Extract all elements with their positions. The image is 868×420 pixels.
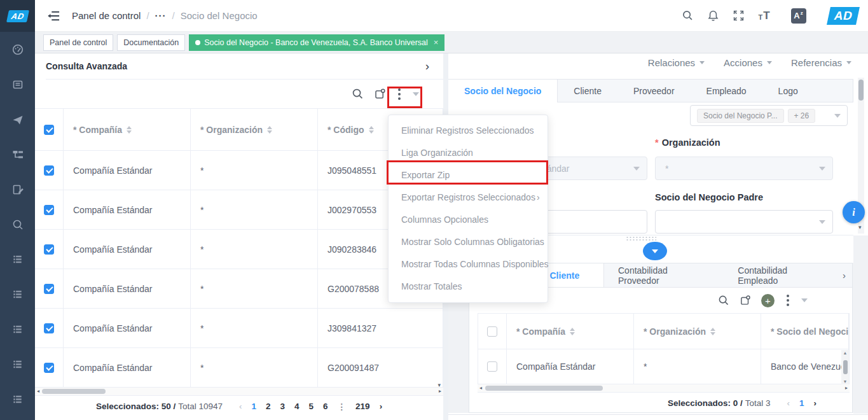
horizontal-scrollbar[interactable]: ◂ ▸ — [478, 384, 850, 393]
row-checkbox[interactable] — [44, 323, 54, 333]
menu-item-exportar-registros[interactable]: Exportar Registros Seleccionados› — [389, 186, 548, 209]
scroll-right-icon[interactable]: ▸ — [845, 385, 848, 391]
select-all-checkbox[interactable] — [487, 326, 497, 337]
cell-company[interactable]: Compañía Estándar — [64, 309, 191, 348]
app-logo[interactable]: AD — [827, 7, 860, 25]
scroll-down-icon[interactable]: ▾ — [858, 224, 862, 230]
sidebar-item-dashboard[interactable] — [0, 32, 35, 67]
menu-item-columnas-disponibles[interactable]: Mostrar Todas Columnas Disponibles — [389, 253, 548, 276]
sidebar-item-documents[interactable] — [0, 67, 35, 102]
select-all-checkbox[interactable] — [44, 125, 54, 135]
tag-panel-de-control[interactable]: Panel de control — [43, 34, 113, 51]
sort-icon[interactable] — [369, 126, 374, 134]
sort-icon[interactable] — [570, 328, 575, 335]
menu-item-columnas-opcionales[interactable]: Columnas Opcionales — [389, 209, 548, 231]
tab-logo[interactable]: Logo — [762, 80, 814, 102]
scrollbar-thumb[interactable] — [843, 360, 848, 374]
cell-org[interactable]: * — [191, 269, 318, 309]
cell-code[interactable]: G200091487 — [318, 348, 443, 388]
cell-org[interactable]: * — [191, 151, 318, 190]
subtab-contabilidad-empleado[interactable]: Contabilidad Empleado — [724, 263, 843, 287]
cell-company[interactable]: Compañía Estándar — [507, 349, 634, 384]
search-icon[interactable] — [718, 295, 729, 306]
horizontal-scrollbar[interactable]: ◂ ▸ — [35, 388, 443, 396]
prev-page-icon[interactable]: ‹ — [787, 398, 790, 408]
next-page-icon[interactable]: › — [380, 402, 383, 411]
collapse-panel-button[interactable] — [643, 242, 667, 260]
new-record-icon[interactable] — [374, 88, 386, 100]
info-button[interactable]: i — [843, 201, 865, 223]
fullscreen-icon[interactable] — [733, 10, 745, 22]
page-last[interactable]: 219 — [355, 402, 370, 411]
row-checkbox[interactable] — [44, 363, 54, 373]
column-header-org[interactable]: * Organización — [191, 109, 318, 151]
close-icon[interactable]: × — [434, 38, 439, 47]
tab-empleado[interactable]: Empleado — [691, 80, 762, 102]
menu-item-mostrar-totales[interactable]: Mostrar Totales — [389, 276, 548, 298]
tab-proveedor[interactable]: Proveedor — [617, 80, 691, 102]
vertical-scrollbar[interactable]: ▲ ▼ — [841, 350, 849, 384]
sort-icon[interactable] — [710, 328, 715, 335]
breadcrumb-panel-de-control[interactable]: Panel de control — [72, 10, 141, 21]
sidebar-logo[interactable]: AD — [0, 0, 35, 32]
row-checkbox[interactable] — [487, 361, 497, 372]
search-icon[interactable] — [682, 10, 694, 22]
more-tabs-icon[interactable]: › — [843, 270, 846, 281]
column-header-org[interactable]: * Organización — [634, 314, 761, 349]
next-page-icon[interactable]: › — [814, 398, 817, 408]
drag-handle[interactable] — [626, 236, 656, 241]
cell-org[interactable]: * — [191, 190, 318, 230]
cell-code[interactable]: J309841327 — [318, 309, 443, 348]
sidebar-item-tree[interactable] — [0, 137, 35, 172]
new-record-icon[interactable] — [740, 295, 751, 306]
sidebar-item-list-3[interactable] — [0, 312, 35, 347]
page-1[interactable]: 1 — [252, 402, 257, 411]
subtab-contabilidad-proveedor[interactable]: Contabilidad Proveedor — [604, 263, 724, 287]
scrollbar-thumb[interactable] — [42, 389, 106, 394]
scrollbar-thumb[interactable] — [858, 80, 864, 101]
column-header-company[interactable]: * Compañía — [64, 109, 191, 151]
sidebar-item-list-2[interactable] — [0, 277, 35, 312]
cell-org[interactable]: * — [634, 349, 761, 384]
cell-partner[interactable]: Banco de Venezuela, S.A. Banco Universal — [761, 349, 849, 384]
sort-icon[interactable] — [267, 126, 272, 134]
field-group-multiselect[interactable]: Socio del Negocio P... + 26 — [690, 105, 848, 126]
row-checkbox[interactable] — [44, 205, 54, 215]
chevron-down-icon[interactable] — [801, 298, 808, 302]
menu-item-eliminar-registros[interactable]: Eliminar Registros Seleccionados — [389, 120, 548, 142]
more-options-icon[interactable] — [396, 88, 403, 100]
page-3[interactable]: 3 — [280, 402, 286, 411]
font-size-icon[interactable]: TT — [758, 10, 769, 21]
search-icon[interactable] — [352, 88, 364, 100]
row-checkbox[interactable] — [44, 244, 54, 255]
page-4[interactable]: 4 — [294, 402, 300, 411]
menu-relaciones[interactable]: Relaciones — [648, 57, 705, 68]
sidebar-item-list-4[interactable] — [0, 347, 35, 382]
page-6[interactable]: 6 — [323, 402, 328, 411]
language-icon[interactable]: Az — [791, 8, 806, 24]
scroll-up-icon[interactable]: ▲ — [843, 351, 848, 355]
add-record-icon[interactable]: + — [761, 294, 775, 307]
cell-company[interactable]: Compañía Estándar — [64, 151, 191, 190]
scrollbar-thumb[interactable] — [485, 386, 603, 391]
scroll-down-icon[interactable]: ▾ — [437, 382, 441, 388]
org-select[interactable]: * — [655, 157, 833, 180]
prev-page-icon[interactable]: ‹ — [239, 402, 242, 411]
scroll-right-icon[interactable]: ▸ — [439, 388, 441, 394]
sidebar-item-list-1[interactable] — [0, 242, 35, 277]
row-checkbox[interactable] — [44, 284, 54, 294]
tab-socio-del-negocio[interactable]: Socio del Negocio — [448, 80, 558, 102]
cell-company[interactable]: Compañía Estándar — [64, 269, 191, 309]
tab-cliente[interactable]: Cliente — [558, 80, 617, 102]
sidebar-item-list-5[interactable] — [0, 382, 35, 417]
cell-org[interactable]: * — [191, 230, 318, 269]
sort-icon[interactable] — [127, 126, 132, 134]
more-tags-badge[interactable]: + 26 — [788, 109, 816, 123]
menu-item-exportar-zip[interactable]: Exportar Zip — [389, 164, 548, 186]
cell-company[interactable]: Compañía Estándar — [64, 230, 191, 269]
page-1[interactable]: 1 — [799, 398, 804, 408]
row-checkbox[interactable] — [44, 165, 54, 176]
chevron-right-icon[interactable]: › — [425, 59, 429, 73]
more-pages-icon[interactable]: ⋮ — [338, 402, 347, 412]
bell-icon[interactable] — [707, 10, 719, 22]
